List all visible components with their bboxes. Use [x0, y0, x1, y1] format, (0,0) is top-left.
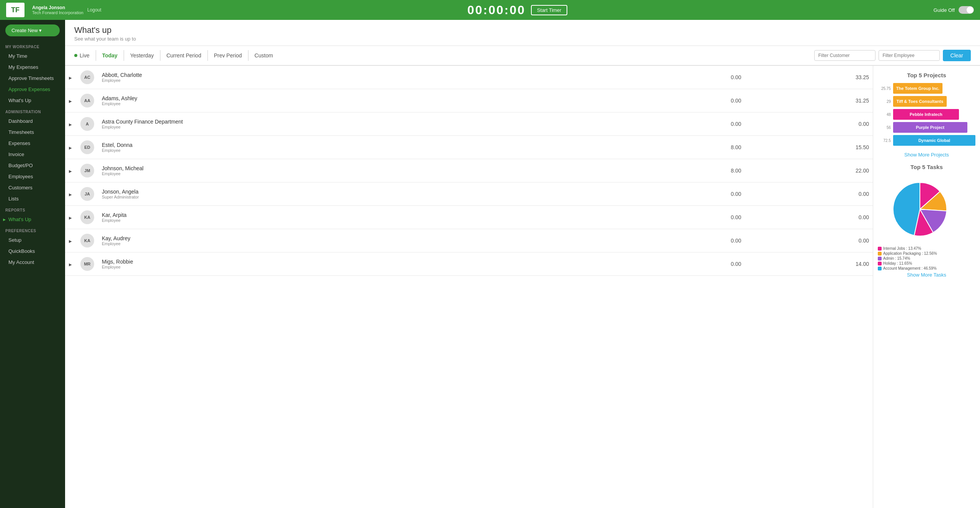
avatar-cell: AC: [77, 66, 98, 89]
filter-employee-input[interactable]: [879, 50, 940, 61]
employee-name: Kay, Audrey: [102, 235, 632, 241]
expand-cell: ▶: [65, 206, 77, 229]
employee-role: Employee: [102, 148, 632, 153]
pie-legend-label: Admin : 15.74%: [883, 256, 910, 261]
employee-name: Astra County Finance Department: [102, 119, 632, 125]
sidebar-item[interactable]: Approve Timesheets: [0, 73, 65, 84]
sidebar-item[interactable]: QuickBooks: [0, 246, 65, 257]
pie-svg: [878, 175, 962, 244]
sidebar-item[interactable]: Timesheets: [0, 127, 65, 138]
sidebar-item[interactable]: Dashboard: [0, 116, 65, 127]
expand-icon[interactable]: ▶: [69, 122, 72, 127]
filter-tab[interactable]: Prev Period: [208, 50, 248, 61]
page-subtitle: See what your team is up to: [74, 36, 971, 42]
show-more-projects[interactable]: Show More Projects: [878, 152, 975, 158]
employee-name-cell: Astra County Finance Department Employee: [98, 112, 635, 136]
sidebar-item[interactable]: Employees: [0, 171, 65, 182]
sidebar-item[interactable]: Setup: [0, 234, 65, 246]
employee-role: Employee: [102, 218, 632, 223]
bar-container: Purple Project: [893, 122, 975, 133]
sidebar-item[interactable]: My Account: [0, 257, 65, 268]
expand-icon[interactable]: ▶: [69, 216, 72, 220]
expand-icon[interactable]: ▶: [69, 239, 72, 243]
expand-cell: ▶: [65, 159, 77, 182]
bar-row: 29 Tiff & Toes Consultants: [878, 96, 975, 107]
filter-customer-input[interactable]: [814, 50, 875, 61]
employee-role: Employee: [102, 78, 632, 83]
filter-tab[interactable]: Current Period: [160, 50, 208, 61]
bar-fill: The Totem Group Inc.: [893, 83, 942, 94]
logout-link[interactable]: Logout: [87, 7, 101, 13]
main-layout: Create New ▾ MY WORKSPACEMy TimeMy Expen…: [0, 20, 980, 508]
expand-icon[interactable]: ▶: [69, 99, 72, 103]
avatar-cell: A: [77, 112, 98, 136]
expand-icon[interactable]: ▶: [69, 76, 72, 80]
bar-container: Tiff & Toes Consultants: [893, 96, 975, 107]
hours-col1: 0.00: [635, 66, 745, 89]
sidebar-item[interactable]: Expenses: [0, 138, 65, 149]
avatar-cell: AA: [77, 89, 98, 112]
table-row[interactable]: ▶ AA Adams, Ashley Employee 0.00 31.25: [65, 89, 873, 112]
sidebar-section-header: PREFERENCES: [0, 225, 65, 234]
expand-icon[interactable]: ▶: [69, 169, 72, 173]
bar-fill: Pebble Infratech: [893, 109, 959, 120]
avatar-cell: MR: [77, 252, 98, 276]
hours-col1: 8.00: [635, 136, 745, 159]
filter-tab[interactable]: Live: [74, 50, 96, 61]
tasks-pie-chart: Internal Jobs : 13.47% Application Packa…: [878, 175, 975, 270]
sidebar-item[interactable]: My Time: [0, 50, 65, 62]
employee-name: Adams, Ashley: [102, 95, 632, 101]
sidebar-item[interactable]: Customers: [0, 182, 65, 193]
expand-icon[interactable]: ▶: [69, 262, 72, 267]
avatar-cell: JA: [77, 182, 98, 206]
table-row[interactable]: ▶ KA Kar, Arpita Employee 0.00 0.00: [65, 206, 873, 229]
page-header: What's up See what your team is up to: [65, 20, 980, 46]
top5-tasks-title: Top 5 Tasks: [878, 164, 975, 170]
avatar: JA: [80, 187, 94, 201]
content-area: What's up See what your team is up to Li…: [65, 20, 980, 508]
table-row[interactable]: ▶ JA Jonson, Angela Super Administrator …: [65, 182, 873, 206]
sidebar: Create New ▾ MY WORKSPACEMy TimeMy Expen…: [0, 20, 65, 508]
filter-tab[interactable]: Custom: [248, 50, 279, 61]
clear-button[interactable]: Clear: [943, 50, 971, 61]
toggle-knob: [967, 7, 973, 13]
employee-role: Employee: [102, 265, 632, 269]
page-title: What's up: [74, 25, 971, 35]
pie-legend-color: [878, 262, 882, 265]
pie-legend-color: [878, 252, 882, 256]
sidebar-item[interactable]: What's Up: [0, 214, 65, 225]
expand-cell: ▶: [65, 112, 77, 136]
employee-name: Migs, Robbie: [102, 259, 632, 265]
sidebar-item[interactable]: What's Up: [0, 95, 65, 106]
create-new-button[interactable]: Create New ▾: [5, 24, 60, 36]
show-more-tasks[interactable]: Show More Tasks: [878, 272, 975, 278]
sidebar-item[interactable]: Invoice: [0, 149, 65, 160]
guide-toggle[interactable]: [959, 6, 974, 14]
sidebar-item[interactable]: Lists: [0, 193, 65, 204]
hours-col2: 22.00: [745, 159, 873, 182]
filter-tab[interactable]: Yesterday: [124, 50, 160, 61]
table-row[interactable]: ▶ KA Kay, Audrey Employee 0.00 0.00: [65, 229, 873, 252]
hours-col1: 0.00: [635, 252, 745, 276]
avatar: A: [80, 117, 94, 131]
expand-icon[interactable]: ▶: [69, 146, 72, 150]
filter-tab[interactable]: Today: [96, 50, 124, 61]
employee-name: Jonson, Angela: [102, 189, 632, 195]
sidebar-item[interactable]: My Expenses: [0, 62, 65, 73]
table-row[interactable]: ▶ AC Abbott, Charlotte Employee 0.00 33.…: [65, 66, 873, 89]
employee-name: Kar, Arpita: [102, 212, 632, 218]
table-row[interactable]: ▶ MR Migs, Robbie Employee 0.00 14.00: [65, 252, 873, 276]
sidebar-item[interactable]: Approve Expenses: [0, 84, 65, 95]
table-row[interactable]: ▶ ED Estel, Donna Employee 8.00 15.50: [65, 136, 873, 159]
table-row[interactable]: ▶ JM Johnson, Micheal Employee 8.00 22.0…: [65, 159, 873, 182]
bar-value-label: 56: [878, 125, 891, 130]
pie-legend-label: Application Packaging : 12.56%: [883, 251, 937, 256]
table-row[interactable]: ▶ A Astra County Finance Department Empl…: [65, 112, 873, 136]
start-timer-button[interactable]: Start Timer: [531, 5, 568, 15]
bar-row: 56 Purple Project: [878, 122, 975, 133]
filter-tabs: LiveTodayYesterdayCurrent PeriodPrev Per…: [74, 50, 814, 61]
top5-projects-title: Top 5 Projects: [878, 72, 975, 78]
expand-icon[interactable]: ▶: [69, 192, 72, 197]
hours-col1: 0.00: [635, 229, 745, 252]
sidebar-item[interactable]: Budget/PO: [0, 160, 65, 171]
